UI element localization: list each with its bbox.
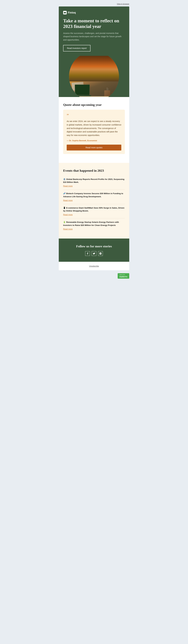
investors-report-button[interactable]: Read investors report [63, 45, 90, 52]
logo-text: Finloq [68, 11, 76, 14]
view-in-browser-link[interactable]: View in browser [117, 3, 129, 5]
mug-decoration [104, 89, 112, 97]
social-icons-group [63, 251, 125, 256]
events-section-title: Events that happened in 2023 [63, 169, 125, 172]
quote-text: As we enter 2024, we can expect to see a… [67, 120, 121, 137]
unsubscribe-link[interactable]: Unsubscribe [89, 265, 99, 267]
quote-section: Quote about upcoming year ” As we enter … [59, 97, 129, 160]
follow-section: Follow us for more stories [59, 238, 129, 262]
event-text-3: 🔋 Renewable Energy Startup Solaris Energ… [63, 221, 125, 227]
event-item: 🏦 Global Bankcorp Reports Record Profits… [63, 176, 125, 190]
laptop-decoration [74, 84, 91, 97]
quote-author: — Dr. Sophia Bennett, Economist [67, 140, 121, 142]
event-item: 📱 E-commerce Giant SwiftMart Sees 50% Su… [63, 204, 125, 218]
hero-image [63, 56, 125, 97]
hero-subtitle: Assess the successes, challenges, and pi… [63, 32, 125, 42]
events-section: Events that happened in 2023 🏦 Global Ba… [59, 163, 129, 238]
event-text-0: 🏦 Global Bankcorp Reports Record Profits… [63, 178, 125, 184]
hero-circle-image [69, 56, 119, 97]
follow-section-title: Follow us for more stories [63, 244, 125, 248]
event-read-more-2[interactable]: Read more [63, 214, 72, 216]
read-quotes-button[interactable]: Read more quotes [67, 144, 121, 150]
facebook-icon[interactable] [85, 251, 90, 256]
footer: Unsubscribe [59, 262, 129, 270]
event-text-1: 🧬 Biotech Company Innovex Secures $30 Mi… [63, 192, 125, 198]
event-item: 🧬 Biotech Company Innovex Secures $30 Mi… [63, 190, 125, 204]
event-read-more-3[interactable]: Read more [63, 228, 72, 230]
mailerlite-badge[interactable]: SENT BY mailerlite [118, 273, 129, 279]
svg-rect-0 [64, 12, 66, 13]
hero-section: Finloq Take a moment to reflect on 2023 … [59, 6, 129, 97]
logo-area: Finloq [63, 11, 125, 14]
twitter-icon[interactable] [92, 251, 96, 256]
mailerlite-badge-area: SENT BY mailerlite [118, 273, 129, 279]
event-read-more-1[interactable]: Read more [63, 199, 72, 202]
quote-mark: ” [67, 113, 121, 118]
email-container: Finloq Take a moment to reflect on 2023 … [59, 6, 129, 270]
event-text-2: 📱 E-commerce Giant SwiftMart Sees 50% Su… [63, 206, 125, 212]
hero-title: Take a moment to reflect on 2023 financi… [63, 18, 125, 29]
event-read-more-0[interactable]: Read more [63, 185, 72, 187]
quote-card: ” As we enter 2024, we can expect to see… [63, 110, 125, 154]
cozy-scene [69, 56, 119, 97]
event-item: 🔋 Renewable Energy Startup Solaris Energ… [63, 218, 125, 233]
quote-section-title: Quote about upcoming year [63, 103, 125, 107]
events-list: 🏦 Global Bankcorp Reports Record Profits… [63, 176, 125, 233]
mailerlite-sent-by: SENT BY mailerlite [120, 274, 128, 278]
logo-icon [63, 11, 67, 14]
instagram-icon[interactable] [98, 251, 103, 256]
